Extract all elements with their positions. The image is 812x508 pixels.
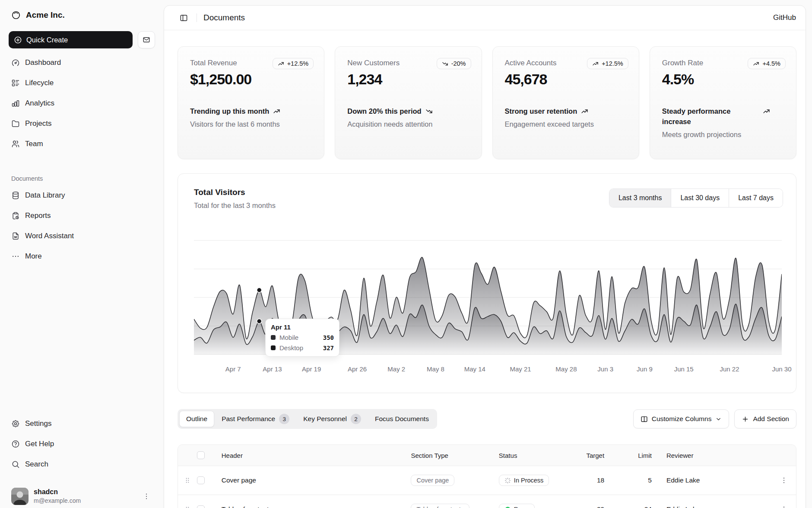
brand-name: Acme Inc. <box>26 10 65 20</box>
row-menu-button[interactable] <box>777 474 790 487</box>
drag-handle-icon[interactable] <box>178 476 197 484</box>
row-menu-button[interactable] <box>777 503 790 508</box>
sidebar-item-reports[interactable]: Reports <box>7 207 157 225</box>
reviewer-value[interactable]: Eddie Lake <box>665 476 772 484</box>
sidebar-item-lifecycle[interactable]: Lifecycle <box>7 74 157 92</box>
sidebar-item-search[interactable]: Search <box>7 455 157 473</box>
trending-down-icon <box>425 108 433 115</box>
limit-value[interactable]: 24 <box>617 505 665 508</box>
sidebar-section-label: Documents <box>11 175 152 182</box>
dashboard-icon <box>11 58 20 67</box>
row-checkbox[interactable] <box>197 505 205 508</box>
avatar <box>11 488 29 505</box>
trending-up-icon <box>273 108 280 115</box>
chevron-down-icon <box>715 416 722 422</box>
col-header: Header <box>216 452 411 459</box>
sidebar-item-more[interactable]: More <box>7 247 157 265</box>
page-title: Documents <box>203 13 245 22</box>
sidebar-item-get-help[interactable]: Get Help <box>7 435 157 453</box>
documents-nav: Data Library Reports Word Assistant More <box>0 186 164 268</box>
panel-left-icon <box>180 14 188 22</box>
user-kebab-icon[interactable] <box>140 490 152 502</box>
stat-card-growth-rate: Growth Rate +4.5% 4.5% Steady performanc… <box>650 46 796 159</box>
sidebar-item-data-library[interactable]: Data Library <box>7 186 157 204</box>
table-row[interactable]: Table of contents Table of contents Done… <box>178 495 796 508</box>
tab-outline[interactable]: Outline <box>179 411 214 427</box>
sections-table: Header Section Type Status Target Limit … <box>178 444 796 508</box>
main-nav: Dashboard Lifecycle Analytics Projects T… <box>0 54 164 155</box>
github-link[interactable]: GitHub <box>773 13 796 22</box>
sidebar-item-analytics[interactable]: Analytics <box>7 94 157 112</box>
col-section-type: Section Type <box>411 452 498 459</box>
x-axis-tick: Jun 3 <box>597 365 613 373</box>
row-header[interactable]: Cover page <box>216 476 411 484</box>
mobile-series-swatch <box>271 335 276 340</box>
trending-up-icon <box>763 108 770 115</box>
brand[interactable]: Acme Inc. <box>0 0 164 20</box>
range-last-30-days[interactable]: Last 30 days <box>671 189 729 207</box>
sidebar-item-settings[interactable]: Settings <box>7 415 157 433</box>
customize-columns-button[interactable]: Customize Columns <box>633 409 730 428</box>
trend-badge: +12.5% <box>587 58 628 69</box>
tab-count-badge: 3 <box>279 414 289 424</box>
sidebar-item-team[interactable]: Team <box>7 135 157 153</box>
trending-up-icon <box>592 61 599 67</box>
quick-create-button[interactable]: Quick Create <box>9 31 133 48</box>
sidebar-item-word-assistant[interactable]: Word Assistant <box>7 227 157 245</box>
drag-handle-icon[interactable] <box>178 505 197 508</box>
file-word-icon <box>11 232 20 240</box>
x-axis-tick: May 2 <box>387 365 405 373</box>
logo-icon <box>11 10 21 20</box>
trending-up-icon <box>753 61 759 67</box>
user-menu[interactable]: shadcn m@example.com <box>7 481 157 508</box>
status-badge: In Process <box>499 475 549 486</box>
sidebar-item-projects[interactable]: Projects <box>7 115 157 133</box>
main-panel: Documents GitHub Total Revenue +12.5% $1… <box>164 5 806 508</box>
row-checkbox[interactable] <box>197 476 205 484</box>
select-all-checkbox[interactable] <box>197 451 205 459</box>
status-badge: Done <box>499 504 535 508</box>
folder-icon <box>11 119 20 128</box>
range-last-3-months[interactable]: Last 3 months <box>609 189 671 207</box>
trending-up-icon <box>581 108 588 115</box>
search-icon <box>11 460 20 469</box>
footer-nav: Settings Get Help Search <box>0 415 164 473</box>
user-email: m@example.com <box>34 496 81 505</box>
trend-badge: -20% <box>437 58 471 69</box>
table-row[interactable]: Cover page Cover page In Process 18 5 Ed… <box>178 466 796 495</box>
section-type-badge: Cover page <box>411 475 454 486</box>
col-status: Status <box>499 452 574 459</box>
stat-value: 4.5% <box>662 71 785 88</box>
tab-count-badge: 2 <box>351 414 361 424</box>
inbox-button[interactable] <box>138 31 155 48</box>
range-last-7-days[interactable]: Last 7 days <box>729 189 783 207</box>
row-header[interactable]: Table of contents <box>216 505 411 508</box>
desktop-series-swatch <box>271 345 276 350</box>
x-axis-tick: Apr 13 <box>263 365 282 373</box>
tab-key-personnel[interactable]: Key Personnel 2 <box>297 411 368 427</box>
x-axis-tick: Jun 22 <box>720 365 739 373</box>
sidebar: Acme Inc. Quick Create Dashboard Lifecyc… <box>0 0 164 508</box>
target-value[interactable]: 29 <box>574 505 617 508</box>
kebab-icon <box>780 505 788 508</box>
lifecycle-icon <box>11 79 20 87</box>
chart-title: Total Visitors <box>194 188 245 197</box>
kebab-icon <box>780 476 788 484</box>
x-axis: Apr 7Apr 13Apr 19Apr 26May 2May 8May 14M… <box>194 365 782 374</box>
limit-value[interactable]: 5 <box>617 476 665 484</box>
tab-focus-documents[interactable]: Focus Documents <box>368 411 435 427</box>
stat-cards: Total Revenue +12.5% $1,250.00 Trending … <box>178 46 796 159</box>
columns-icon <box>641 415 648 423</box>
reviewer-value[interactable]: Eddie Lake <box>665 505 772 508</box>
x-axis-tick: Jun 9 <box>637 365 653 373</box>
circle-plus-icon <box>14 36 22 44</box>
tab-past-performance[interactable]: Past Performance 3 <box>215 411 296 427</box>
sidebar-item-dashboard[interactable]: Dashboard <box>7 54 157 72</box>
add-section-button[interactable]: Add Section <box>734 409 796 428</box>
x-axis-tick: Apr 26 <box>348 365 367 373</box>
col-target: Target <box>574 452 617 459</box>
target-value[interactable]: 18 <box>574 476 617 484</box>
mail-icon <box>143 36 150 44</box>
users-icon <box>11 140 20 148</box>
sidebar-toggle-button[interactable] <box>177 11 190 24</box>
